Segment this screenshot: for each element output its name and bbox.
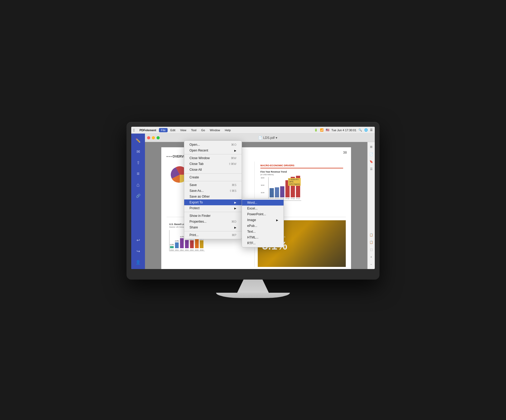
- submenu-rtf-label: RTF...: [247, 241, 256, 245]
- sidebar-user-icon[interactable]: 👤: [133, 257, 143, 267]
- menu-create[interactable]: Create: [184, 174, 242, 180]
- submenu-word[interactable]: Word...: [242, 200, 284, 206]
- menu-share[interactable]: Share ▶: [184, 224, 242, 230]
- minimize-button[interactable]: [152, 136, 155, 139]
- menubar-edit[interactable]: Edit: [168, 128, 177, 132]
- sidebar-home-icon[interactable]: ⌂: [133, 180, 143, 189]
- bar-label-2011: 2011: [175, 249, 179, 251]
- right-panel-prev-icon[interactable]: 📋: [369, 232, 374, 237]
- bar-2014: 3.5% 2014: [190, 238, 194, 251]
- revenue-bar-chart: FY12 FY13: [268, 177, 301, 201]
- menubar-window[interactable]: Window: [208, 128, 222, 132]
- apple-menu-icon[interactable]: : [133, 128, 135, 132]
- close-button[interactable]: [147, 136, 150, 139]
- menu-save-other-label: Save as Other: [189, 195, 210, 198]
- submenu-rtf[interactable]: RTF...: [242, 240, 284, 246]
- menu-close-tab-label: Close Tab: [189, 162, 203, 166]
- menubar-pdfelement[interactable]: PDFelement: [137, 128, 158, 132]
- maximize-button[interactable]: [157, 136, 160, 139]
- bar-2010: 0.6% 2010: [170, 244, 174, 251]
- screen-bezel:  PDFelement File Edit View Tool Go Wind…: [126, 122, 380, 280]
- sidebar-pencil-icon[interactable]: ✏️: [133, 136, 143, 145]
- bar-label-2015: 2015: [195, 249, 198, 251]
- menubar-go[interactable]: Go: [199, 128, 207, 132]
- submenu-image-arrow: ▶: [276, 219, 278, 222]
- tab-filename[interactable]: 📄 LDS.pdf ▾: [258, 136, 277, 140]
- tab-chevron-icon[interactable]: ▾: [276, 136, 277, 140]
- menu-print-shortcut: ⌘P: [232, 233, 236, 237]
- sidebar-link-icon[interactable]: 🔗: [133, 191, 143, 201]
- menu-save-other[interactable]: Save as Other: [184, 194, 242, 199]
- submenu-html[interactable]: HTML...: [242, 235, 284, 240]
- menu-open-recent-label: Open Recent: [189, 149, 208, 152]
- submenu-excel[interactable]: Excel...: [242, 206, 284, 211]
- menu-close-tab-shortcut: ⇧⌘W: [228, 162, 236, 166]
- menu-close-window[interactable]: Close Window ⌘W: [184, 155, 242, 161]
- menu-open[interactable]: Open... ⌘O: [184, 142, 242, 148]
- menubar-view[interactable]: View: [178, 128, 188, 132]
- menu-properties[interactable]: Properties... ⌘D: [184, 219, 242, 224]
- submenu-epub[interactable]: ePub...: [242, 223, 284, 229]
- separator-1: [184, 154, 242, 154]
- right-panel-minus-icon[interactable]: −: [369, 262, 374, 267]
- submenu-powerpoint[interactable]: PowerPoint...: [242, 211, 284, 217]
- right-panel-page-icon[interactable]: 📄: [369, 152, 374, 157]
- export-submenu[interactable]: Word... Excel... PowerPoint...: [242, 198, 284, 247]
- right-panel-grid-icon[interactable]: ⊞: [369, 144, 374, 149]
- submenu-image[interactable]: Image ▶: [242, 217, 284, 223]
- y-label-300: $300: [261, 177, 264, 179]
- menubar-list-icon[interactable]: ☰: [370, 128, 373, 132]
- file-menu[interactable]: Open... ⌘O Open Recent ▶ Close Window ⌘W: [184, 140, 242, 239]
- bar-value-2011: 2.6%: [175, 240, 179, 242]
- menu-export-to-label: Export To: [189, 201, 203, 204]
- menu-protect[interactable]: Protect ▶: [184, 205, 242, 211]
- menu-export-to[interactable]: Export To ▶ Word... Excel...: [184, 199, 242, 205]
- fy16-label: FY16: [291, 198, 295, 199]
- menu-open-label: Open...: [189, 143, 200, 146]
- separator-2: [184, 173, 242, 174]
- right-panel-plus-icon[interactable]: +: [369, 254, 374, 260]
- right-panel-scan-icon[interactable]: ⬚: [369, 247, 374, 252]
- menubar-time: Tue Jun 4 17:30:01: [332, 129, 356, 132]
- revenue-y-labels: $300 $200 $100 $0: [261, 177, 264, 201]
- bar-2016: 3.5% 2016: [200, 238, 204, 251]
- menubar-globe-icon[interactable]: 🌐: [364, 128, 368, 132]
- right-panel-next-icon[interactable]: 📋: [369, 240, 374, 245]
- menu-show-finder-label: Show in Finder: [189, 214, 211, 218]
- submenu-excel-label: Excel...: [247, 207, 257, 210]
- sidebar-mail-icon[interactable]: ✉: [133, 147, 143, 156]
- menu-close-all[interactable]: Close All: [184, 167, 242, 173]
- right-panel-bookmark-icon[interactable]: 🔖: [369, 159, 374, 164]
- revenue-bar-fy14: FY14: [280, 186, 284, 199]
- menu-print[interactable]: Print... ⌘P: [184, 232, 242, 238]
- menubar-battery-icon: 📶: [320, 128, 324, 132]
- screen:  PDFelement File Edit View Tool Go Wind…: [131, 127, 375, 269]
- menu-close-tab[interactable]: Close Tab ⇧⌘W: [184, 161, 242, 167]
- submenu-html-label: HTML...: [247, 236, 259, 239]
- menu-close-window-label: Close Window: [189, 156, 210, 160]
- menubar-search-icon[interactable]: 🔍: [358, 128, 362, 132]
- window-controls: [147, 136, 160, 139]
- bar-2013: 3.6% 2013: [185, 238, 189, 251]
- submenu-text[interactable]: Text...: [242, 229, 284, 235]
- sidebar-undo-icon[interactable]: ↩: [133, 235, 143, 245]
- menubar-tool[interactable]: Tool: [189, 128, 198, 132]
- bar-label-2014: 2014: [190, 249, 193, 251]
- menu-show-finder[interactable]: Show in Finder: [184, 213, 242, 219]
- menubar-help[interactable]: Help: [223, 128, 233, 132]
- menu-save-as[interactable]: Save As... ⇧⌘S: [184, 188, 242, 194]
- right-panel-list-icon[interactable]: ☰: [369, 166, 374, 172]
- right-panel: ⊞ 📄 🔖 ☰ 📋 📋 ⬚ + −: [367, 142, 375, 269]
- macos-window:  PDFelement File Edit View Tool Go Wind…: [131, 127, 375, 269]
- sidebar-share-icon[interactable]: ⇧: [133, 158, 143, 167]
- monitor:  PDFelement File Edit View Tool Go Wind…: [126, 122, 380, 298]
- fy17-label: FY17: [296, 198, 300, 199]
- sidebar-redo-icon[interactable]: ↪: [133, 246, 143, 256]
- menu-open-recent[interactable]: Open Recent ▶: [184, 148, 242, 153]
- menu-save[interactable]: Save ⌘S: [184, 182, 242, 188]
- menu-save-as-shortcut: ⇧⌘S: [229, 189, 236, 193]
- fy15-label: FY15: [286, 198, 289, 199]
- y-label-100: $100: [261, 192, 264, 193]
- menubar-file[interactable]: File: [159, 128, 168, 132]
- sidebar-text-icon[interactable]: ≡: [133, 169, 143, 178]
